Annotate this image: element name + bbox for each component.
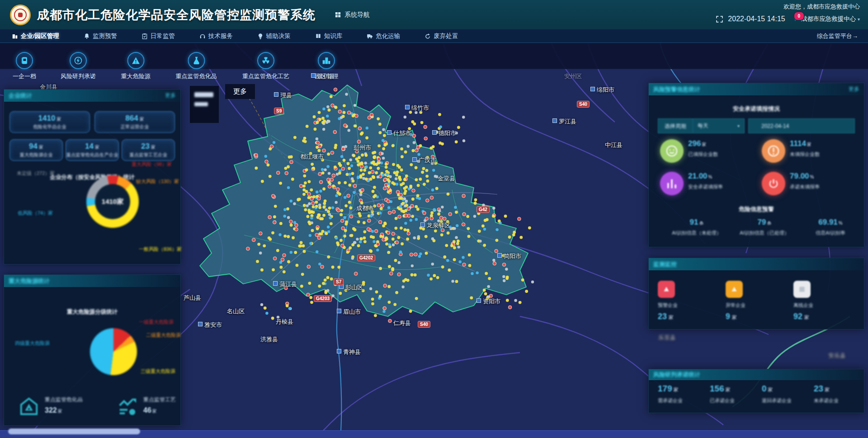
subnav-item-重点监管危化工艺[interactable]: 重点监管危化工艺	[242, 52, 289, 80]
pie-label: 三级重大危险源	[141, 368, 175, 375]
smile-icon	[660, 139, 684, 163]
dropdown-item-blurred[interactable]	[194, 92, 213, 97]
commitment-count-stat: 0家退回承诺企业	[762, 384, 812, 404]
enterprise-risk-donut-chart: 1410家	[86, 175, 139, 228]
commitment-stat: 79.00%承诺未填报率	[762, 172, 820, 195]
nav-tab-label: 监测预警	[93, 32, 117, 40]
dashboard-root: 金川县汶川县理县绵竹市绵阳市罗江县什邡市德阳市中江县广汉市都江堰市彭州市金堂县成…	[0, 0, 868, 438]
period-value: 每天	[698, 122, 708, 130]
nav-tab-危化运输[interactable]: 危化运输	[367, 32, 400, 40]
nav-tab-技术服务[interactable]: 技术服务	[199, 32, 233, 40]
period-select[interactable]: 选择周期 每天 ▾	[658, 118, 745, 133]
map-more-button[interactable]: 更多	[225, 84, 255, 99]
archive-icon	[16, 52, 33, 69]
system-nav-button[interactable]: 系统导航	[335, 11, 370, 19]
monitor-stat: 离线企业92家	[793, 281, 857, 321]
chevron-down-icon: ▾	[737, 123, 740, 128]
notification-badge: 0	[793, 11, 805, 21]
nav-tab-废弃处置[interactable]: 废弃处置	[425, 32, 458, 40]
alertround-icon	[762, 139, 785, 163]
bell-icon	[84, 33, 90, 39]
more-link[interactable]: 更多	[849, 85, 859, 93]
nav-tab-辅助决策[interactable]: 辅助决策	[257, 32, 291, 40]
fullscreen-icon[interactable]	[716, 15, 723, 23]
user-name: 成都市应急救援中心	[801, 15, 856, 22]
more-link[interactable]: 更多	[165, 92, 176, 99]
recycle-icon	[425, 33, 431, 39]
ai-warning-stat: 69.91%信息AI识别率	[790, 218, 868, 236]
nav-tab-label: 知识库	[324, 32, 343, 40]
chartbar-icon	[660, 172, 684, 195]
panel-title: 风险预警信息统计	[653, 85, 700, 94]
panel-title: 重大危险源统计	[9, 277, 50, 285]
panel-title: 企业统计	[9, 92, 32, 100]
panel-title: 监测监控	[653, 260, 677, 268]
enterprise-stat-card[interactable]: 23家重点监管工艺企业	[122, 139, 175, 161]
subnav-item-重点监管危化品[interactable]: 重点监管危化品	[176, 52, 217, 80]
pie-label: 一级重大危险源	[139, 319, 174, 325]
donut-label: 一般风险（836）家	[139, 246, 182, 253]
sqsquare-icon	[793, 281, 811, 298]
commitment-count-stat: 179家需承诺企业	[658, 384, 708, 404]
subnav-item-重大危险源[interactable]: 重大危险源	[121, 52, 151, 80]
donut-label: 未定级（272）家	[17, 170, 55, 177]
donut-label: 重大风险（98）家	[132, 161, 172, 168]
headset-icon	[199, 33, 206, 39]
bottom-progress-pill	[8, 429, 140, 434]
subnav-label: 重点监管危化品	[176, 72, 217, 80]
main-nav: 企业/园区管理监测预警日常监管技术服务辅助决策知识库危化运输废弃处置 综合监管平…	[0, 29, 868, 43]
nav-tab-知识库[interactable]: 知识库	[315, 32, 343, 40]
enterprise-stat-card[interactable]: 1410家危险化学品企业	[9, 111, 90, 133]
commitment-stat: 296家已填报企业数	[660, 139, 718, 163]
welcome-text: 欢迎您，成都市应急救援中心	[716, 3, 860, 11]
subnav-item-风险研判承诺[interactable]: 风险研判承诺	[61, 52, 96, 80]
commitment-stat: 1114家未填报企业数	[762, 139, 820, 163]
date-value: 2022-04-14	[761, 123, 789, 129]
trend-icon	[117, 396, 138, 417]
nav-tab-日常监管[interactable]: 日常监管	[142, 32, 175, 40]
map-more-dropdown[interactable]	[190, 86, 219, 123]
book-icon	[315, 33, 321, 39]
enterprise-stat-card[interactable]: 94家重大危险源企业	[9, 139, 63, 161]
trisquare-icon	[658, 281, 675, 298]
section-title: 危险信息预警	[649, 205, 864, 213]
radiation-icon	[257, 52, 274, 69]
subnav-label: 重大危险源	[121, 72, 151, 80]
platform-link[interactable]: 综合监管平台→	[817, 29, 858, 43]
truck-icon	[367, 33, 373, 39]
commitment-count-stat: 23家未承诺企业	[814, 384, 864, 404]
enterprise-stat-card[interactable]: 14家重点监管危化品生产企业	[66, 139, 119, 161]
pie-label: 四级重大危险源	[15, 340, 50, 347]
monitoring-panel: 监测监控 预警企业23家 异常企业9家 离线企业92家	[648, 258, 864, 330]
commitment-count-stat: 156家已承诺企业	[710, 384, 760, 404]
section-title: 安全承诺填报情况	[649, 105, 864, 113]
park-icon	[318, 52, 335, 69]
subnav-label: 一企一档	[13, 72, 36, 80]
key-supervision-stat: 重点监管工艺46家	[117, 396, 176, 417]
hazard-level-pie-chart	[90, 328, 137, 375]
nav-tab-label: 技术服务	[208, 32, 233, 40]
nav-tab-label: 日常监管	[151, 32, 175, 40]
powerround-icon	[762, 172, 785, 195]
user-menu[interactable]: 成都市应急救援中心 ▾	[801, 15, 860, 23]
donut-center-value: 1410家	[86, 175, 139, 228]
donut-label: 低风险（74）家	[18, 210, 53, 217]
enterprise-stats-panel: 企业统计 更多 企业分布（按安全风险等级）统计 1410家 1410家危险化学品…	[4, 89, 181, 264]
commitment-panel: 风险研判承诺统计 179家需承诺企业156家已承诺企业0家退回承诺企业23家未承…	[648, 369, 864, 413]
grid-icon	[335, 11, 341, 18]
nav-tab-企业/园区管理[interactable]: 企业/园区管理	[12, 32, 59, 40]
clipboard-icon	[142, 33, 148, 39]
dropdown-item-blurred[interactable]	[194, 102, 208, 106]
subnav-label: 重点监管危化工艺	[242, 72, 289, 80]
subnav: 一企一档风险研判承诺重大危险源重点监管危化品重点监管危化工艺园区管理	[0, 43, 344, 84]
panel-title: 风险研判承诺统计	[653, 371, 700, 379]
monitor-stat: 异常企业9家	[726, 281, 789, 321]
flask-icon	[188, 52, 205, 69]
date-picker[interactable]: 2022-04-14	[748, 118, 855, 133]
enterprise-stat-card[interactable]: 864家正常运营企业	[94, 111, 175, 133]
nav-tab-监测预警[interactable]: 监测预警	[84, 32, 117, 40]
trisquare-icon	[726, 281, 743, 298]
subnav-item-园区管理[interactable]: 园区管理	[315, 52, 338, 80]
warning-icon	[127, 52, 144, 69]
subnav-item-一企一档[interactable]: 一企一档	[13, 52, 36, 80]
